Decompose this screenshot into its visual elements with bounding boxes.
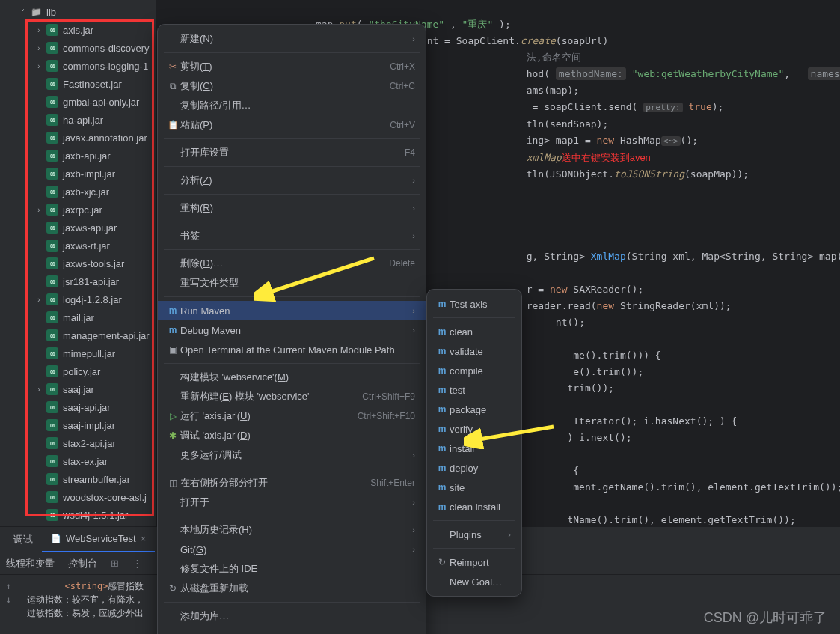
tab-debug[interactable]: 调试 xyxy=(4,527,42,552)
submenu-item-test-axis[interactable]: mTest axis xyxy=(427,294,521,314)
file-fastinoset-jar[interactable]: FastInoset.jar xyxy=(0,75,156,93)
spacer xyxy=(165,257,180,269)
menu-item--------h-[interactable]: 本地历史记录(H)› xyxy=(158,520,426,540)
file-jaxrpc-jar[interactable]: jaxrpc.jar xyxy=(0,201,156,219)
chevron-right-icon[interactable] xyxy=(33,60,45,72)
menu-item-debug-maven[interactable]: mDebug Maven› xyxy=(158,320,426,340)
menu-item-----axis-jar--d-[interactable]: ✱调试 'axis.jar'(D) xyxy=(158,426,426,445)
spacer xyxy=(165,543,180,555)
file-wsdl4j-1-5-1-jar[interactable]: wsdl4j-1.5.1.jar xyxy=(0,506,156,524)
file-stax-ex-jar[interactable]: stax-ex.jar xyxy=(0,452,156,470)
menu-item------e------webservice-[interactable]: 重新构建(E) 模块 'webservice'Ctrl+Shift+F9 xyxy=(158,387,426,406)
file-axis-jar[interactable]: axis.jar xyxy=(0,21,156,39)
chevron-right-icon[interactable] xyxy=(33,24,45,36)
submenu-item-new-goal-[interactable]: New Goal… xyxy=(427,572,521,591)
file-jaxws-rt-jar[interactable]: jaxws-rt.jar xyxy=(0,237,156,254)
file-label: ha-api.jar xyxy=(63,115,103,126)
submenu-item-clean-install[interactable]: mclean install xyxy=(427,497,521,516)
file-jaxb-impl-jar[interactable]: jaxb-impl.jar xyxy=(0,165,156,183)
chevron-right-icon[interactable] xyxy=(33,293,45,305)
jar-icon xyxy=(46,42,58,54)
file-saaj-api-jar[interactable]: saaj-api.jar xyxy=(0,398,156,416)
folder-lib[interactable]: lib xyxy=(0,3,156,21)
submenu-item-reimport[interactable]: ↻Reimport xyxy=(427,552,521,572)
file-javax-annotation-jar[interactable]: javax.annotation.jar xyxy=(0,129,156,147)
chevron-down-icon[interactable] xyxy=(16,6,28,18)
submenu-item-clean[interactable]: mclean xyxy=(427,322,521,341)
menu-item-run-maven[interactable]: mRun Maven› xyxy=(158,301,426,320)
file-saaj-impl-jar[interactable]: saaj-impl.jar xyxy=(0,416,156,434)
tab-webservicetest[interactable]: 📄 WebServiceTest × xyxy=(42,527,155,552)
close-icon[interactable]: × xyxy=(141,533,147,544)
menu-item---[interactable]: 书签› xyxy=(158,226,426,246)
menu-item-------webservice--m-[interactable]: 构建模块 'webservice'(M) xyxy=(158,368,426,387)
file-management-api-jar[interactable]: management-api.jar xyxy=(0,326,156,344)
spacer xyxy=(33,275,45,287)
spacer xyxy=(165,230,180,242)
play-icon: ▷ xyxy=(165,410,180,422)
file-label: jaxrpc.jar xyxy=(63,204,102,216)
file-label: mimepull.jar xyxy=(63,348,115,359)
menu-item------[interactable]: 打开库设置F4 xyxy=(158,143,426,162)
subtab-threads-vars[interactable]: 线程和变量 xyxy=(6,557,55,570)
menu-item-----axis-jar--u-[interactable]: ▷运行 'axis.jar'(U)Ctrl+Shift+F10 xyxy=(158,406,426,426)
file-policy-jar[interactable]: policy.jar xyxy=(0,362,156,380)
submenu-item-verify[interactable]: mverify xyxy=(427,419,521,439)
file-commons-logging-1[interactable]: commons-logging-1 xyxy=(0,57,156,75)
tab-label: WebServiceTest xyxy=(66,533,136,544)
menu-item----z-[interactable]: 分析(Z)› xyxy=(158,171,426,190)
submenu-item-plugins[interactable]: Plugins› xyxy=(427,525,521,544)
chevron-right-icon[interactable] xyxy=(33,204,45,216)
menu-item-------[interactable]: 重写文件类型 xyxy=(158,273,426,293)
file-mail-jar[interactable]: mail.jar xyxy=(0,308,156,326)
menu-item----n-[interactable]: 新建(N)› xyxy=(158,29,426,49)
menu-item---------[interactable]: 复制路径/引用… xyxy=(158,96,426,115)
menu-item----[interactable]: 打开于› xyxy=(158,493,426,512)
menu-item--------[interactable]: ↻从磁盘重新加载 xyxy=(158,579,426,598)
file-saaj-jar[interactable]: saaj.jar xyxy=(0,380,156,398)
file-jaxws-tools-jar[interactable]: jaxws-tools.jar xyxy=(0,254,156,272)
more-icon[interactable]: ⋮ xyxy=(132,558,142,569)
menu-item--------[interactable]: 更多运行/调试› xyxy=(158,445,426,465)
submenu-item-install[interactable]: minstall xyxy=(427,439,521,458)
menu-item----p-[interactable]: 📋粘贴(P)Ctrl+V xyxy=(158,115,426,135)
file-ha-api-jar[interactable]: ha-api.jar xyxy=(0,111,156,129)
file-jaxws-api-jar[interactable]: jaxws-api.jar xyxy=(0,219,156,237)
menu-label: 运行 'axis.jar'(U) xyxy=(180,409,358,423)
file-jaxb-api-jar[interactable]: jaxb-api.jar xyxy=(0,147,156,165)
file-woodstox-core-asl-j[interactable]: woodstox-core-asl.j xyxy=(0,488,156,506)
jar-icon xyxy=(46,275,58,287)
file-commons-discovery[interactable]: commons-discovery xyxy=(0,39,156,57)
menu-item-open-terminal-at-the-current-maven-module-path[interactable]: ▣Open Terminal at the Current Maven Modu… xyxy=(158,340,426,359)
chevron-right-icon[interactable] xyxy=(33,42,45,54)
submenu-item-site[interactable]: msite xyxy=(427,478,521,497)
file-gmbal-api-only-jar[interactable]: gmbal-api-only.jar xyxy=(0,93,156,111)
menu-label: clean xyxy=(450,326,511,338)
menu-item--------ide[interactable]: 修复文件上的 IDE xyxy=(158,559,426,579)
context-menu: 新建(N)›✂剪切(T)Ctrl+X⧉复制(C)Ctrl+C复制路径/引用…📋粘… xyxy=(157,24,426,634)
submenu-item-compile[interactable]: mcompile xyxy=(427,361,521,380)
menu-item-git-g-[interactable]: Git(G)› xyxy=(158,540,426,559)
tab-label: 调试 xyxy=(13,533,33,546)
file-mimepull-jar[interactable]: mimepull.jar xyxy=(0,344,156,362)
spacer xyxy=(165,147,180,159)
shortcut: Ctrl+C xyxy=(390,81,415,91)
subtab-console[interactable]: 控制台 xyxy=(68,557,97,570)
file-log4j-1-2-8-jar[interactable]: log4j-1.2.8.jar xyxy=(0,290,156,308)
submenu-item-deploy[interactable]: mdeploy xyxy=(427,458,521,478)
chevron-right-icon[interactable] xyxy=(33,383,45,395)
file-jsr181-api-jar[interactable]: jsr181-api.jar xyxy=(0,272,156,290)
submenu-item-test[interactable]: mtest xyxy=(427,380,521,400)
layout-icon[interactable]: ⊞ xyxy=(111,558,119,569)
menu-item----t-[interactable]: ✂剪切(T)Ctrl+X xyxy=(158,57,426,76)
file-streambuffer-jar[interactable]: streambuffer.jar xyxy=(0,470,156,488)
submenu-item-validate[interactable]: mvalidate xyxy=(427,341,521,361)
menu-item------[interactable]: 添加为库… xyxy=(158,606,426,626)
file-jaxb-xjc-jar[interactable]: jaxb-xjc.jar xyxy=(0,183,156,201)
file-stax2-api-jar[interactable]: stax2-api.jar xyxy=(0,434,156,452)
menu-item----r-[interactable]: 重构(R)› xyxy=(158,198,426,218)
menu-item----d--[interactable]: 删除(D)…Delete xyxy=(158,254,426,273)
menu-item----c-[interactable]: ⧉复制(C)Ctrl+C xyxy=(158,76,426,96)
submenu-item-package[interactable]: mpackage xyxy=(427,400,521,419)
menu-item----------[interactable]: ◫在右侧拆分部分打开Shift+Enter xyxy=(158,473,426,493)
